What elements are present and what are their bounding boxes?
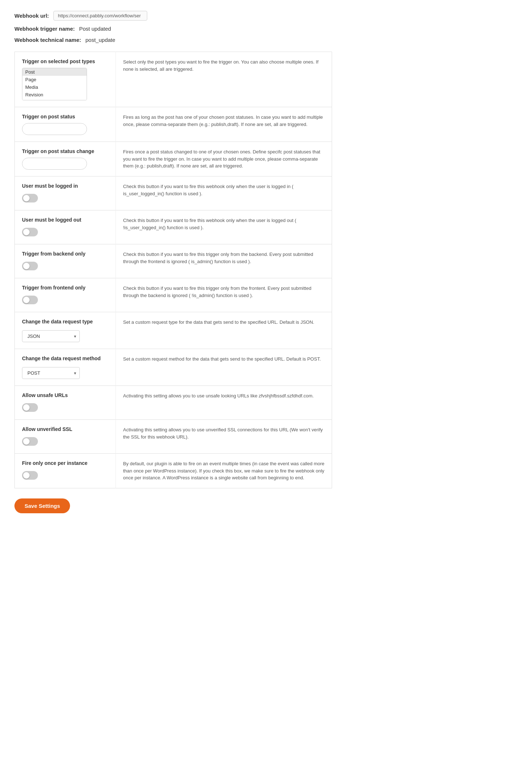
setting-desc-cell-data-request-type: Set a custom request type for the data t… <box>116 312 332 349</box>
toggle-knob-fire-once-per-instance <box>23 472 30 479</box>
setting-label-cell-user-logged-out: User must be logged out <box>15 210 116 244</box>
list-item-media[interactable]: Media <box>22 83 87 91</box>
toggle-allow-unsafe-urls[interactable] <box>22 403 38 412</box>
toggle-knob-user-logged-in <box>23 195 30 201</box>
setting-label-cell-data-request-type: Change the data request typeJSONXMLFORM▾ <box>15 312 116 349</box>
setting-label-user-logged-in: User must be logged in <box>22 183 108 189</box>
toggle-trigger-frontend-only[interactable] <box>22 296 38 304</box>
setting-row-user-logged-in: User must be logged inCheck this button … <box>15 177 332 210</box>
setting-row-fire-once-per-instance: Fire only once per instanceBy default, o… <box>15 454 332 488</box>
select-wrapper-data-request-method: POSTGETPUTPATCH▾ <box>22 367 80 379</box>
setting-label-allow-unverified-ssl: Allow unverified SSL <box>22 426 108 432</box>
setting-description-allow-unverified-ssl: Activating this setting allows you to us… <box>123 427 323 440</box>
select-wrapper-data-request-type: JSONXMLFORM▾ <box>22 330 80 342</box>
list-item-navigation-menu-item[interactable]: Navigation Menu Item <box>22 99 87 100</box>
setting-label-trigger-backend-only: Trigger from backend only <box>22 251 108 257</box>
setting-label-cell-data-request-method: Change the data request methodPOSTGETPUT… <box>15 349 116 386</box>
setting-desc-cell-trigger-post-types: Select only the post types you want to f… <box>116 52 332 107</box>
toggle-trigger-backend-only[interactable] <box>22 262 38 270</box>
setting-desc-cell-user-logged-out: Check this button if you want to fire th… <box>116 210 332 244</box>
setting-desc-cell-trigger-frontend-only: Check this button if you want to fire th… <box>116 278 332 312</box>
webhook-url-input[interactable] <box>53 11 147 21</box>
trigger-name-label: Webhook trigger name: <box>14 26 75 32</box>
setting-row-trigger-post-types: Trigger on selected post typesPostPageMe… <box>15 52 332 107</box>
setting-description-trigger-post-status-change: Fires once a post status changed to one … <box>123 149 320 169</box>
setting-label-cell-trigger-post-status: Trigger on post status <box>15 107 116 142</box>
header-section: Webhook url: Webhook trigger name: Post … <box>14 11 332 43</box>
trigger-name-value: Post updated <box>79 26 111 32</box>
setting-label-data-request-method: Change the data request method <box>22 356 108 361</box>
setting-label-cell-trigger-post-types: Trigger on selected post typesPostPageMe… <box>15 52 116 107</box>
setting-desc-cell-user-logged-in: Check this button if you want to fire th… <box>116 177 332 210</box>
webhook-url-row: Webhook url: <box>14 11 332 21</box>
setting-label-user-logged-out: User must be logged out <box>22 217 108 223</box>
settings-table: Trigger on selected post typesPostPageMe… <box>14 52 332 488</box>
toggle-fire-once-per-instance[interactable] <box>22 471 38 480</box>
setting-desc-cell-trigger-post-status-change: Fires once a post status changed to one … <box>116 142 332 177</box>
webhook-url-label: Webhook url: <box>14 13 49 19</box>
select-data-request-type[interactable]: JSONXMLFORM <box>22 330 80 342</box>
setting-description-fire-once-per-instance: By default, our plugin is able to fire o… <box>123 461 324 480</box>
setting-label-cell-allow-unsafe-urls: Allow unsafe URLs <box>15 386 116 420</box>
setting-desc-cell-allow-unverified-ssl: Activating this setting allows you to us… <box>116 420 332 454</box>
list-item-page[interactable]: Page <box>22 76 87 83</box>
trigger-name-row: Webhook trigger name: Post updated <box>14 26 332 32</box>
setting-row-data-request-type: Change the data request typeJSONXMLFORM▾… <box>15 312 332 349</box>
setting-description-trigger-post-status: Fires as long as the post has one of you… <box>123 114 323 127</box>
list-item-post[interactable]: Post <box>22 68 87 76</box>
toggle-user-logged-in[interactable] <box>22 194 38 202</box>
setting-desc-cell-trigger-post-status: Fires as long as the post has one of you… <box>116 107 332 142</box>
setting-description-data-request-type: Set a custom request type for the data t… <box>123 319 314 325</box>
setting-description-trigger-backend-only: Check this button if you want to fire th… <box>123 252 313 264</box>
toggle-knob-user-logged-out <box>23 229 30 235</box>
setting-label-cell-trigger-frontend-only: Trigger from frontend only <box>15 278 116 312</box>
technical-name-label: Webhook technical name: <box>14 37 81 43</box>
setting-label-data-request-type: Change the data request type <box>22 319 108 324</box>
setting-description-user-logged-in: Check this button if you want to fire th… <box>123 184 293 196</box>
setting-label-trigger-post-types: Trigger on selected post types <box>22 58 108 64</box>
setting-desc-cell-data-request-method: Set a custom request method for the data… <box>116 349 332 386</box>
setting-label-cell-user-logged-in: User must be logged in <box>15 177 116 210</box>
setting-row-allow-unsafe-urls: Allow unsafe URLsActivating this setting… <box>15 386 332 420</box>
setting-label-trigger-post-status: Trigger on post status <box>22 114 108 119</box>
setting-row-allow-unverified-ssl: Allow unverified SSLActivating this sett… <box>15 420 332 454</box>
setting-row-trigger-post-status: Trigger on post statusFires as long as t… <box>15 107 332 142</box>
toggle-allow-unverified-ssl[interactable] <box>22 437 38 446</box>
setting-label-cell-allow-unverified-ssl: Allow unverified SSL <box>15 420 116 454</box>
toggle-knob-allow-unsafe-urls <box>23 404 30 411</box>
setting-desc-cell-allow-unsafe-urls: Activating this setting allows you to us… <box>116 386 332 420</box>
setting-row-trigger-post-status-change: Trigger on post status changeFires once … <box>15 142 332 177</box>
setting-label-trigger-frontend-only: Trigger from frontend only <box>22 285 108 291</box>
setting-description-trigger-post-types: Select only the post types you want to f… <box>123 59 318 72</box>
setting-description-allow-unsafe-urls: Activating this setting allows you to us… <box>123 393 314 398</box>
setting-description-data-request-method: Set a custom request method for the data… <box>123 356 321 362</box>
technical-name-row: Webhook technical name: post_update <box>14 37 332 43</box>
text-input-trigger-post-status-change[interactable] <box>22 158 87 170</box>
setting-label-trigger-post-status-change: Trigger on post status change <box>22 148 108 154</box>
text-input-trigger-post-status[interactable] <box>22 123 87 135</box>
select-data-request-method[interactable]: POSTGETPUTPATCH <box>22 367 80 379</box>
toggle-knob-trigger-backend-only <box>23 263 30 269</box>
save-settings-button[interactable]: Save Settings <box>14 498 70 513</box>
setting-row-data-request-method: Change the data request methodPOSTGETPUT… <box>15 349 332 386</box>
post-types-listbox[interactable]: PostPageMediaRevisionNavigation Menu Ite… <box>22 68 87 100</box>
setting-label-cell-fire-once-per-instance: Fire only once per instance <box>15 454 116 488</box>
toggle-user-logged-out[interactable] <box>22 228 38 236</box>
setting-description-trigger-frontend-only: Check this button if you want to fire th… <box>123 286 311 298</box>
technical-name-value: post_update <box>86 37 115 43</box>
toggle-knob-trigger-frontend-only <box>23 297 30 303</box>
toggle-knob-allow-unverified-ssl <box>23 438 30 445</box>
setting-desc-cell-fire-once-per-instance: By default, our plugin is able to fire o… <box>116 454 332 488</box>
setting-row-trigger-frontend-only: Trigger from frontend onlyCheck this but… <box>15 278 332 312</box>
setting-description-user-logged-out: Check this button if you want to fire th… <box>123 218 296 230</box>
setting-row-user-logged-out: User must be logged outCheck this button… <box>15 210 332 244</box>
setting-label-allow-unsafe-urls: Allow unsafe URLs <box>22 392 108 398</box>
list-item-revision[interactable]: Revision <box>22 91 87 99</box>
setting-desc-cell-trigger-backend-only: Check this button if you want to fire th… <box>116 244 332 278</box>
setting-label-cell-trigger-post-status-change: Trigger on post status change <box>15 142 116 177</box>
setting-label-fire-once-per-instance: Fire only once per instance <box>22 460 108 466</box>
setting-label-cell-trigger-backend-only: Trigger from backend only <box>15 244 116 278</box>
setting-row-trigger-backend-only: Trigger from backend onlyCheck this butt… <box>15 244 332 278</box>
